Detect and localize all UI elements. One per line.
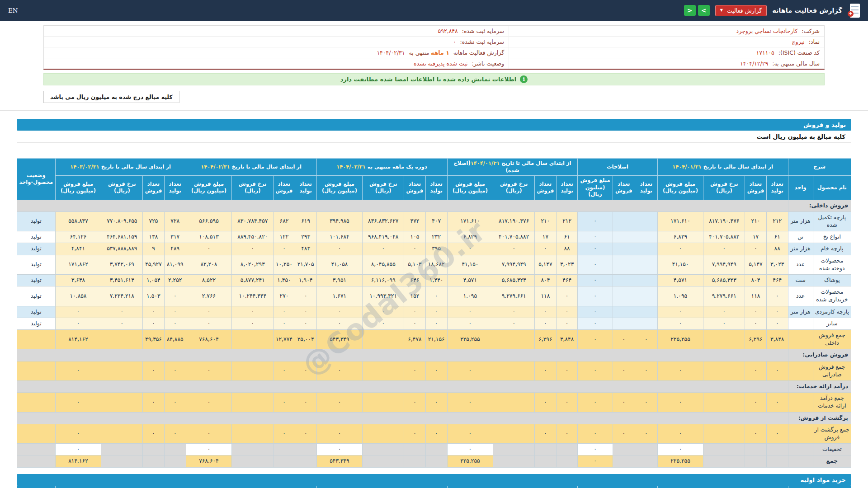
cell-value: ۰ <box>274 361 295 380</box>
grand-row: جمع۲۲۵,۲۵۵۰۲۲۵,۲۵۵۵۴۳,۳۴۹۷۶۸,۶۰۴۸۱۴,۱۶۲ <box>17 455 851 467</box>
info-cell-isic: کد صنعت (ISIC): ۱۷۱۱۰۵ <box>509 47 824 58</box>
cell-value <box>363 361 404 380</box>
cell-value: ۸۱۴,۱۶۲ <box>55 330 101 349</box>
col-sub: نرخ فروش (ریال) <box>101 176 143 200</box>
report-badge-icon: + <box>848 11 854 17</box>
cell-value: ۵۴۳,۳۴۹ <box>316 330 363 349</box>
cell-value: ۰ <box>578 455 613 467</box>
cell-value: ۰ <box>578 393 613 412</box>
cell-value: ۱,۶۷۱ <box>316 286 363 306</box>
p-col-group-2: از ابتدای سال مالی تا تاریخ ۱۴۰۴/۰۱/۳۱(ا… <box>447 486 578 488</box>
cell-value: ۴۰۱,۷۰۵,۸۸۲ <box>703 231 745 243</box>
cell-value: ۸,۰۴۵,۸۵۵ <box>363 255 404 274</box>
cell-value: ۸۰۴ <box>535 275 557 286</box>
cell-value: ۸۸ <box>556 243 578 255</box>
cell-status <box>17 455 56 467</box>
cell-value: ۴,۵۷۱ <box>657 275 703 286</box>
cell-value: ۱۳۸ <box>143 231 165 243</box>
cell-value: ۰ <box>447 318 493 329</box>
cell-value <box>635 275 658 286</box>
cell-value: ۶,۸۲۹ <box>447 231 493 243</box>
cell-value <box>493 455 535 467</box>
cell-value: ۰ <box>55 393 101 412</box>
cell-value: ۰ <box>745 393 767 412</box>
cell-value: ۲۱,۷۰۵ <box>295 255 316 274</box>
cell-value: ۸۲,۲۰۸ <box>186 255 232 274</box>
cell-value: ۰ <box>55 306 101 318</box>
cell-value: ۹ <box>143 243 165 255</box>
next-report-button[interactable]: > <box>698 5 710 16</box>
col-sub: تعداد تولید <box>766 176 788 200</box>
cell-value <box>613 211 635 231</box>
cell-value <box>703 361 745 380</box>
cell-value <box>635 306 658 318</box>
cell-value: ۰ <box>404 306 426 318</box>
cell-value: ۸۳۰,۷۸۴,۴۵۷ <box>232 211 274 231</box>
cell-value: ۲۲۵,۲۵۵ <box>447 330 493 349</box>
cell-value: ۳,۸۴۸ <box>556 330 578 349</box>
cell-value: ۸۳۶,۸۳۲,۶۲۷ <box>363 211 404 231</box>
col-sub: تعداد فروش <box>143 176 165 200</box>
cell-status: تولید <box>17 306 56 318</box>
col-sub: نرخ فروش (ریال) <box>703 176 745 200</box>
info-label: سال مالی منتهی به: <box>772 60 820 67</box>
cell-product-name: پارچه خام <box>813 243 851 255</box>
cell-status: تولید <box>17 255 56 274</box>
cell-value: ۰ <box>447 306 493 318</box>
cell-value <box>274 444 295 455</box>
col-sub: نرخ فروش (ریال) <box>232 176 274 200</box>
report-icon[interactable]: + <box>848 4 860 18</box>
product-row: محصولات دوخته شدهعدد۳,۰۲۳۵,۱۴۷۷,۹۹۴,۹۴۹۴… <box>17 255 851 274</box>
cell-value: ۱۸,۶۸۲ <box>425 255 447 274</box>
section-fill <box>17 381 788 393</box>
cell-value: ۰ <box>425 393 447 412</box>
cell-value: ۰ <box>143 361 165 380</box>
cell-value: ۰ <box>232 318 274 329</box>
info-value: ۵۹۲,۸۴۸ <box>438 28 458 34</box>
p-col-group-1: اصلاحات <box>578 486 657 488</box>
cell-value: ۵۳۷,۸۸۸,۸۸۹ <box>101 243 143 255</box>
cell-value: ۳,۹۵۱ <box>316 275 363 286</box>
cell-value: ۳۹۴,۹۸۵ <box>316 211 363 231</box>
cell-value: ۲,۲۵۲ <box>164 275 186 286</box>
cell-value <box>425 455 447 467</box>
cell-value: ۰ <box>635 361 658 380</box>
info-label: سرمایه ثبت نشده: <box>460 38 504 45</box>
cell-value <box>613 231 635 243</box>
cell-value: ۰ <box>363 318 404 329</box>
cell-value: ۴,۸۴۱ <box>55 243 101 255</box>
info-label: سرمایه ثبت شده: <box>462 28 504 34</box>
cell-value: ۱۲۲ <box>274 231 295 243</box>
p-col-status <box>17 486 56 488</box>
prev-report-button[interactable]: < <box>684 5 696 16</box>
cell-value: ۰ <box>766 424 788 443</box>
language-toggle[interactable]: EN <box>8 7 18 14</box>
col-sub: تعداد فروش <box>274 176 295 200</box>
cell-value <box>232 444 274 455</box>
cell-value: ۰ <box>635 330 658 349</box>
product-row: پارچه تکمیل شدههزار متر۲۱۲۲۱۰۸۱۷,۱۹۰,۴۷۶… <box>17 211 851 231</box>
cell-unit <box>788 330 813 349</box>
cell-value: ۲۷۰ <box>274 286 295 306</box>
cell-value: ۰ <box>745 318 767 329</box>
cell-value: ۰ <box>447 243 493 255</box>
info-value: ۱۷۱۱۰۵ <box>756 49 774 56</box>
cell-value <box>613 243 635 255</box>
cell-value: ۰ <box>447 393 493 412</box>
cell-status: تولید <box>17 286 56 306</box>
report-type-dropdown[interactable]: گزارش فعالیت ▼ <box>715 5 767 16</box>
cell-value: ۰ <box>55 361 101 380</box>
cell-status <box>17 393 56 412</box>
cell-value: ۱۲,۷۷۴ <box>274 330 295 349</box>
purchase-group-header-row: شرحاز ابتدای سال مالی تا تاریخ ۱۴۰۴/۰۱/۳… <box>17 486 851 488</box>
cell-value: ۶۴۶ <box>404 275 426 286</box>
total-row: جمع فروش داخلی۳,۸۴۸۶,۲۹۶۲۲۵,۲۵۵۰۰۰۳,۸۴۸۶… <box>17 330 851 349</box>
info-label: کد صنعت (ISIC): <box>778 49 820 56</box>
col-sub: واحد <box>788 176 813 200</box>
cell-value: ۰ <box>186 424 232 443</box>
col-sub: تعداد فروش <box>404 176 426 200</box>
cell-value <box>143 455 165 467</box>
cell-value: ۰ <box>703 243 745 255</box>
cell-value: ۸۰۴ <box>745 275 767 286</box>
cell-value: ۰ <box>556 361 578 380</box>
